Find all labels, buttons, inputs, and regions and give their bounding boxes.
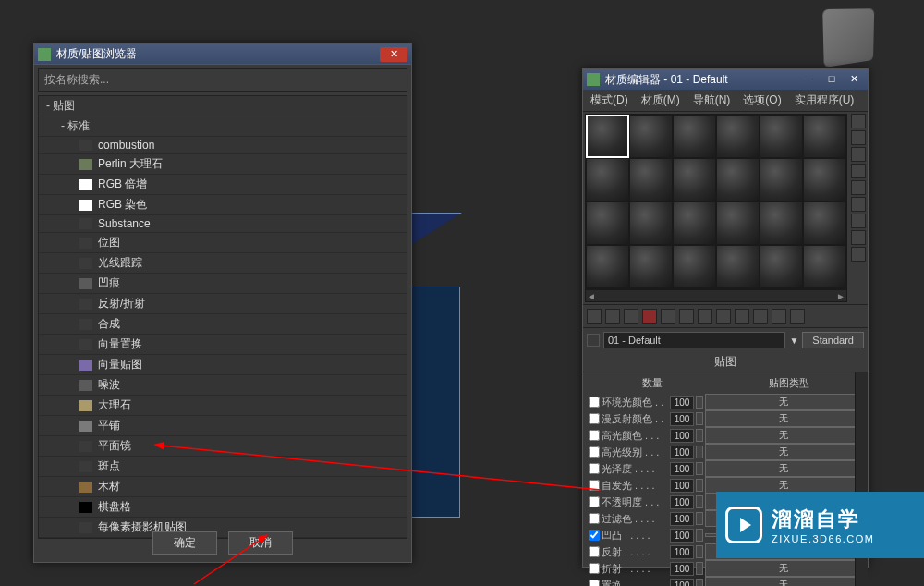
sample-slot[interactable] <box>803 201 846 245</box>
tree-group-standard[interactable]: - 标准 <box>39 116 407 137</box>
map-item[interactable]: 大理石 <box>39 396 407 416</box>
map-enable-checkbox[interactable] <box>589 446 600 458</box>
go-sibling-icon[interactable] <box>790 309 805 324</box>
cancel-button[interactable]: 取消 <box>228 531 293 555</box>
sample-slot[interactable] <box>673 245 716 288</box>
map-slot-button[interactable]: 无 <box>705 577 862 586</box>
map-enable-checkbox[interactable] <box>589 530 600 541</box>
minimize-icon[interactable]: ─ <box>799 73 820 86</box>
map-amount-input[interactable] <box>670 446 694 459</box>
sample-slot[interactable] <box>760 158 803 201</box>
spinner-icon[interactable] <box>696 396 703 409</box>
put-to-scene-icon[interactable] <box>605 309 620 324</box>
show-map-icon[interactable] <box>735 309 749 324</box>
map-item[interactable]: 平面镜 <box>39 436 407 457</box>
map-amount-input[interactable] <box>670 545 694 559</box>
map-amount-input[interactable] <box>670 462 694 476</box>
show-end-icon[interactable] <box>753 309 768 324</box>
map-amount-input[interactable] <box>670 495 694 509</box>
editor-titlebar[interactable]: 材质编辑器 - 01 - Default ─ □ ✕ <box>583 69 868 90</box>
sample-uv-icon[interactable] <box>851 164 866 178</box>
map-enable-checkbox[interactable] <box>589 546 600 557</box>
map-enable-checkbox[interactable] <box>589 496 600 507</box>
map-amount-input[interactable] <box>670 479 694 493</box>
map-amount-input[interactable] <box>670 412 694 426</box>
sample-slot[interactable] <box>629 115 673 158</box>
spinner-icon[interactable] <box>696 529 703 542</box>
map-item[interactable]: Perlin 大理石 <box>39 154 407 175</box>
material-name-input[interactable] <box>603 332 785 348</box>
sample-slot[interactable] <box>586 158 629 201</box>
matid-icon[interactable] <box>716 309 731 324</box>
go-parent-icon[interactable] <box>772 309 786 324</box>
sample-slot[interactable] <box>673 158 716 201</box>
layout-icon[interactable] <box>851 247 866 262</box>
map-enable-checkbox[interactable] <box>589 430 600 441</box>
sample-slot[interactable] <box>629 245 673 288</box>
maps-rollout-header[interactable]: 贴图 <box>583 352 868 372</box>
spinner-icon[interactable] <box>696 462 703 475</box>
sample-type-icon[interactable] <box>851 114 866 128</box>
sample-slot[interactable] <box>586 245 629 288</box>
spinner-icon[interactable] <box>696 446 703 458</box>
map-enable-checkbox[interactable] <box>589 397 600 408</box>
sample-slot[interactable] <box>716 158 760 201</box>
map-slot-button[interactable]: 无 <box>705 460 862 477</box>
map-slot-button[interactable]: 无 <box>705 444 862 460</box>
map-item[interactable]: 光线跟踪 <box>39 253 407 274</box>
dropdown-icon[interactable]: ▼ <box>789 336 798 346</box>
map-item[interactable]: 合成 <box>39 314 407 335</box>
sample-slot[interactable] <box>673 115 716 158</box>
spinner-icon[interactable] <box>696 495 703 508</box>
map-enable-checkbox[interactable] <box>589 580 600 586</box>
map-item[interactable]: RGB 染色 <box>39 195 407 215</box>
put-to-lib-icon[interactable] <box>698 309 712 324</box>
sample-slot[interactable] <box>629 158 673 201</box>
sample-slot[interactable] <box>760 201 803 245</box>
map-item[interactable]: 向量贴图 <box>39 355 407 375</box>
get-material-icon[interactable] <box>587 309 602 324</box>
spinner-icon[interactable] <box>696 479 703 492</box>
make-unique-icon[interactable] <box>679 309 694 324</box>
map-amount-input[interactable] <box>670 396 694 409</box>
sample-slot[interactable] <box>760 115 803 158</box>
map-enable-checkbox[interactable] <box>589 413 600 424</box>
map-item[interactable]: 向量置换 <box>39 335 407 355</box>
sample-slot[interactable] <box>716 245 760 288</box>
map-amount-input[interactable] <box>670 512 694 526</box>
spinner-icon[interactable] <box>696 412 703 425</box>
map-slot-button[interactable]: 无 <box>705 427 862 444</box>
make-preview-icon[interactable] <box>851 197 866 212</box>
assign-icon[interactable] <box>624 309 638 324</box>
map-slot-button[interactable]: 无 <box>705 394 862 410</box>
map-item[interactable]: RGB 倍增 <box>39 175 407 195</box>
map-tree[interactable]: - 贴图 - 标准 combustionPerlin 大理石RGB 倍增RGB … <box>38 95 407 539</box>
background-icon[interactable] <box>851 147 866 162</box>
map-item[interactable]: Substance <box>39 215 407 233</box>
copy-icon[interactable] <box>661 309 675 324</box>
menu-item[interactable]: 选项(O) <box>743 92 781 108</box>
maximize-icon[interactable]: □ <box>821 73 842 86</box>
search-input[interactable]: 按名称搜索... <box>38 68 407 92</box>
map-item[interactable]: 斑点 <box>39 457 407 477</box>
sample-slot[interactable] <box>586 115 629 158</box>
sample-slot[interactable] <box>716 115 760 158</box>
map-item[interactable]: 反射/折射 <box>39 294 407 314</box>
menu-item[interactable]: 实用程序(U) <box>795 92 855 108</box>
sample-slot[interactable] <box>586 201 629 245</box>
map-item[interactable]: 木材 <box>39 477 407 497</box>
sample-slot[interactable] <box>760 245 803 288</box>
map-item[interactable]: 凹痕 <box>39 274 407 294</box>
sample-slot[interactable] <box>629 201 673 245</box>
spinner-icon[interactable] <box>696 545 703 558</box>
viewcube[interactable] <box>822 8 874 67</box>
sample-slot[interactable] <box>716 201 760 245</box>
map-amount-input[interactable] <box>670 562 694 576</box>
material-type-button[interactable]: Standard <box>802 332 864 348</box>
map-enable-checkbox[interactable] <box>589 513 600 524</box>
scroll-right-icon[interactable]: ► <box>835 291 846 301</box>
sample-slot[interactable] <box>673 201 716 245</box>
map-enable-checkbox[interactable] <box>589 480 600 491</box>
video-check-icon[interactable] <box>851 180 866 195</box>
map-amount-input[interactable] <box>670 429 694 443</box>
